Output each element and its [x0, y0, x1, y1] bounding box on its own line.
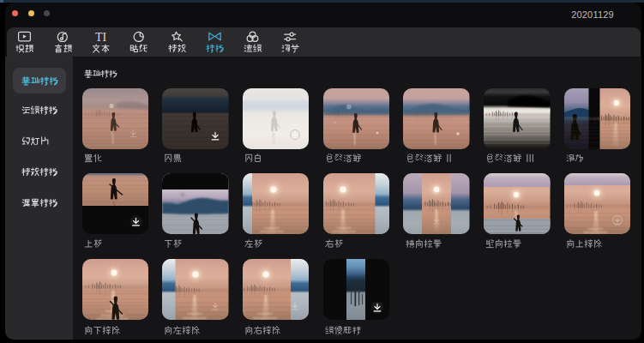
svg-text:TI: TI: [95, 31, 107, 42]
